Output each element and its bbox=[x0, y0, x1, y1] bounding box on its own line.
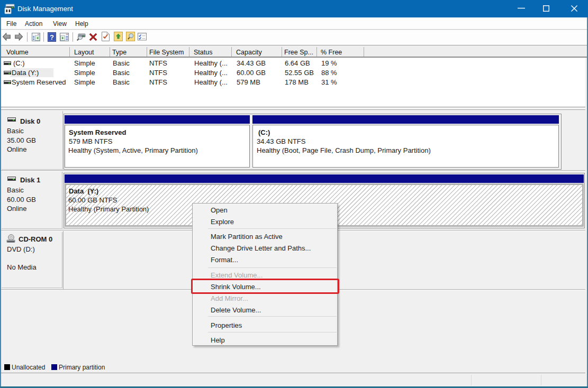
svg-text:?: ? bbox=[50, 33, 54, 41]
